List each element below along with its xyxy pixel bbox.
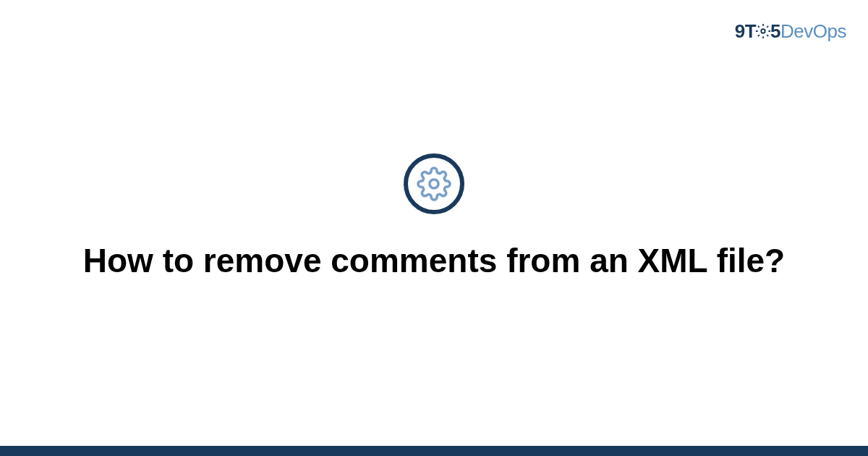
logo-text-5: 5 — [770, 20, 780, 42]
gear-icon — [417, 166, 451, 201]
page-title: How to remove comments from an XML file? — [0, 240, 868, 282]
footer-accent-bar — [0, 446, 868, 456]
svg-point-0 — [761, 29, 765, 33]
logo-text-9t: 9T — [735, 20, 756, 42]
gear-icon — [755, 22, 771, 38]
gear-icon-circle — [404, 153, 464, 214]
logo-text-devops: DevOps — [780, 20, 846, 42]
main-content: How to remove comments from an XML file? — [0, 153, 868, 282]
site-logo: 9T5DevOps — [735, 20, 846, 43]
